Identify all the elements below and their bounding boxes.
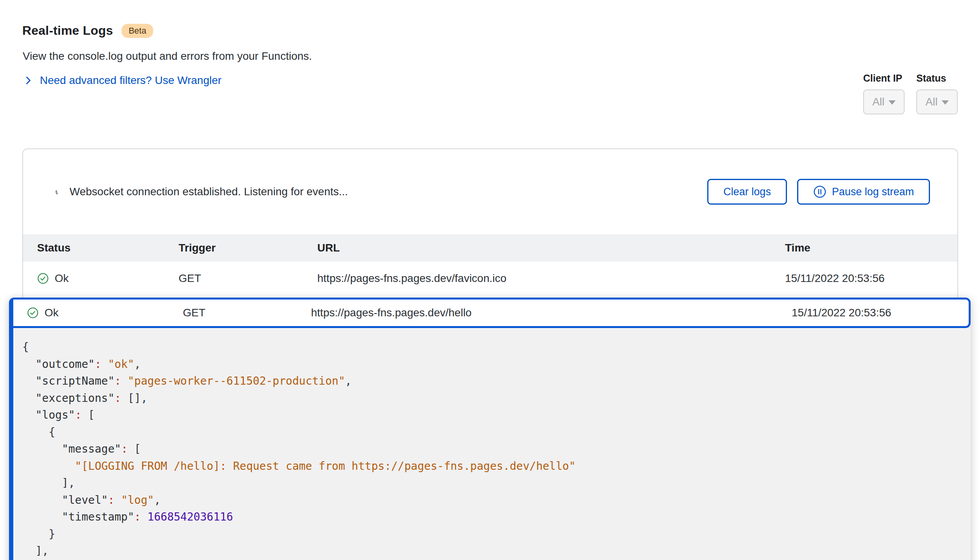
websocket-status-text: Websocket connection established. Listen… bbox=[70, 185, 348, 198]
wrangler-link-row[interactable]: Need advanced filters? Use Wrangler bbox=[23, 74, 222, 87]
chevron-right-icon bbox=[23, 75, 34, 86]
clear-logs-button[interactable]: Clear logs bbox=[707, 179, 787, 205]
caret-down-icon bbox=[942, 100, 949, 105]
pause-circle-icon bbox=[813, 185, 826, 198]
table-row-selected[interactable]: Ok GET https://pages-fns.pages.dev/hello… bbox=[13, 298, 971, 328]
pause-log-stream-label: Pause log stream bbox=[832, 186, 914, 198]
wrangler-link[interactable]: Need advanced filters? Use Wrangler bbox=[40, 74, 222, 87]
realtime-logs-page: Real-time Logs Beta View the console.log… bbox=[0, 0, 980, 560]
expanded-log-entry: Ok GET https://pages-fns.pages.dev/hello… bbox=[9, 298, 971, 560]
trigger-cell: GET bbox=[183, 307, 311, 319]
status-value: All bbox=[925, 96, 937, 108]
clear-logs-label: Clear logs bbox=[723, 186, 771, 198]
websocket-status: Websocket connection established. Listen… bbox=[55, 149, 348, 234]
caret-down-icon bbox=[889, 100, 896, 105]
log-json-block: { "outcome": "ok", "scriptName": "pages-… bbox=[13, 328, 971, 560]
filters: Client IP All Status All bbox=[863, 73, 958, 114]
col-header-url: URL bbox=[317, 242, 785, 254]
time-cell: 15/11/2022 20:53:56 bbox=[785, 272, 957, 285]
status-value: Ok bbox=[55, 272, 69, 285]
status-cell: Ok bbox=[27, 307, 183, 319]
status-filter: Status All bbox=[916, 73, 958, 114]
pause-log-stream-button[interactable]: Pause log stream bbox=[797, 179, 930, 205]
page-subtitle: View the console.log output and errors f… bbox=[23, 50, 312, 62]
client-ip-filter: Client IP All bbox=[863, 73, 905, 114]
table-header: Status Trigger URL Time bbox=[23, 234, 957, 262]
toolbar-actions: Clear logs Pause log stream bbox=[707, 179, 930, 205]
logs-toolbar: Websocket connection established. Listen… bbox=[23, 149, 957, 234]
status-cell: Ok bbox=[37, 272, 179, 285]
col-header-time: Time bbox=[785, 242, 957, 254]
status-value: Ok bbox=[45, 307, 59, 319]
status-dropdown[interactable]: All bbox=[916, 89, 958, 114]
time-cell: 15/11/2022 20:53:56 bbox=[792, 307, 969, 319]
col-header-status: Status bbox=[37, 242, 179, 254]
url-cell: https://pages-fns.pages.dev/favicon.ico bbox=[317, 272, 785, 285]
beta-badge: Beta bbox=[122, 24, 153, 38]
client-ip-dropdown[interactable]: All bbox=[863, 89, 905, 114]
trigger-cell: GET bbox=[179, 272, 317, 285]
page-header: Real-time Logs Beta bbox=[22, 23, 153, 38]
spinner-icon bbox=[55, 187, 63, 196]
col-header-trigger: Trigger bbox=[179, 242, 317, 254]
table-row[interactable]: Ok GET https://pages-fns.pages.dev/favic… bbox=[23, 262, 957, 295]
url-cell: https://pages-fns.pages.dev/hello bbox=[311, 307, 792, 319]
check-circle-icon bbox=[27, 307, 39, 319]
page-title: Real-time Logs bbox=[22, 23, 113, 38]
check-circle-icon bbox=[37, 273, 49, 284]
status-label: Status bbox=[916, 73, 958, 84]
client-ip-label: Client IP bbox=[863, 73, 905, 84]
client-ip-value: All bbox=[872, 96, 884, 108]
